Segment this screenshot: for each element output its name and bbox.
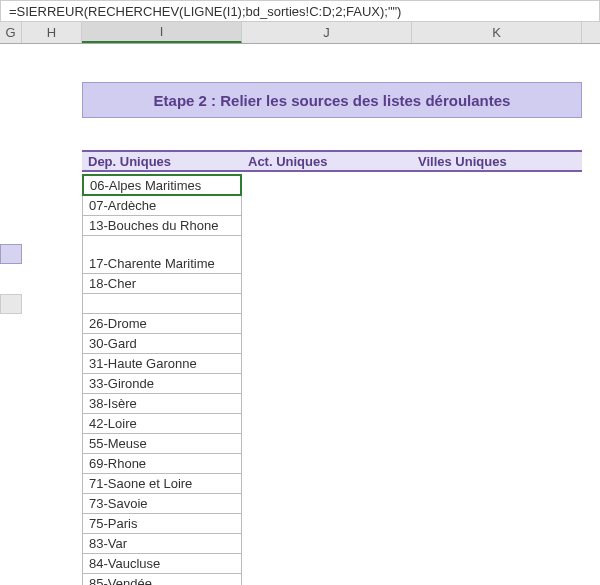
cell-active[interactable]: 06-Alpes Maritimes bbox=[82, 174, 242, 196]
col-header-i[interactable]: I bbox=[82, 22, 242, 43]
header-villes[interactable]: Villes Uniques bbox=[412, 152, 582, 170]
col-header-h[interactable]: H bbox=[22, 22, 82, 43]
cell[interactable]: 69-Rhone bbox=[82, 454, 242, 474]
header-act[interactable]: Act. Uniques bbox=[242, 152, 412, 170]
cell[interactable]: 17-Charente Maritime bbox=[82, 236, 242, 274]
cell[interactable]: 83-Var bbox=[82, 534, 242, 554]
table-header-row: Dep. Uniques Act. Uniques Villes Uniques bbox=[82, 150, 582, 172]
cell[interactable]: 73-Savoie bbox=[82, 494, 242, 514]
cell[interactable]: 85-Vendée bbox=[82, 574, 242, 585]
cell[interactable]: 75-Paris bbox=[82, 514, 242, 534]
col-header-j[interactable]: J bbox=[242, 22, 412, 43]
cell[interactable]: 07-Ardèche bbox=[82, 196, 242, 216]
left-fragment-cell-2[interactable] bbox=[0, 294, 22, 314]
formula-text: =SIERREUR(RECHERCHEV(LIGNE(I1);bd_sortie… bbox=[9, 4, 401, 19]
cell[interactable]: 55-Meuse bbox=[82, 434, 242, 454]
cell[interactable] bbox=[82, 294, 242, 314]
cell[interactable]: 30-Gard bbox=[82, 334, 242, 354]
col-header-g[interactable]: G bbox=[0, 22, 22, 43]
header-dep[interactable]: Dep. Uniques bbox=[82, 152, 242, 170]
title-text: Etape 2 : Relier les sources des listes … bbox=[154, 92, 511, 109]
col-header-k[interactable]: K bbox=[412, 22, 582, 43]
cell[interactable]: 84-Vaucluse bbox=[82, 554, 242, 574]
spreadsheet-area[interactable]: Etape 2 : Relier les sources des listes … bbox=[0, 44, 600, 585]
formula-bar[interactable]: =SIERREUR(RECHERCHEV(LIGNE(I1);bd_sortie… bbox=[0, 0, 600, 22]
cell[interactable]: 18-Cher bbox=[82, 274, 242, 294]
cell[interactable]: 42-Loire bbox=[82, 414, 242, 434]
cell[interactable]: 71-Saone et Loire bbox=[82, 474, 242, 494]
left-fragment-cell[interactable] bbox=[0, 244, 22, 264]
dep-column: 06-Alpes Maritimes 07-Ardèche 13-Bouches… bbox=[82, 174, 242, 585]
cell[interactable]: 26-Drome bbox=[82, 314, 242, 334]
cell[interactable]: 13-Bouches du Rhone bbox=[82, 216, 242, 236]
section-title: Etape 2 : Relier les sources des listes … bbox=[82, 82, 582, 118]
cell[interactable]: 31-Haute Garonne bbox=[82, 354, 242, 374]
cell[interactable]: 33-Gironde bbox=[82, 374, 242, 394]
cell[interactable]: 38-Isère bbox=[82, 394, 242, 414]
column-headers: G H I J K bbox=[0, 22, 600, 44]
